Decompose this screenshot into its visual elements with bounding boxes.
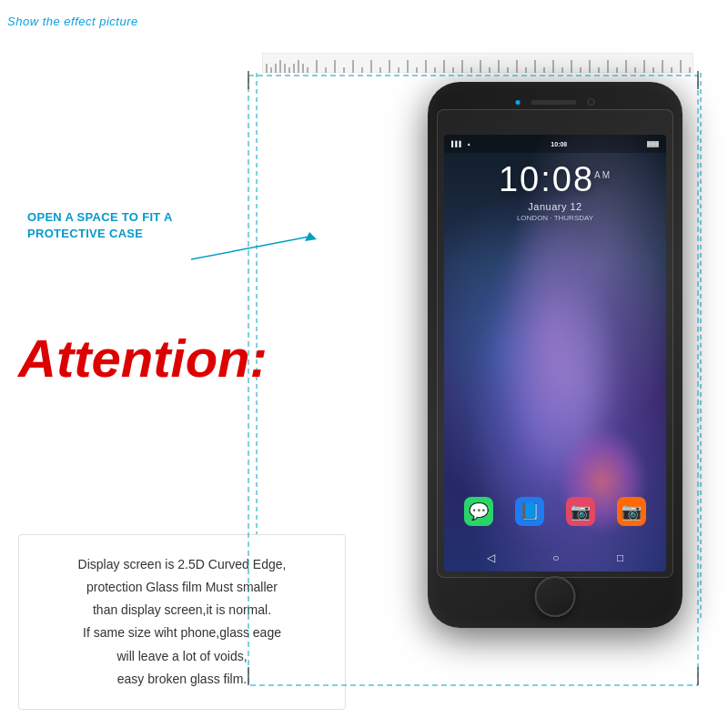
- status-bar: ▌▌▌ ▲ 10:08 ▓▓▓: [444, 135, 666, 153]
- status-left: ▌▌▌ ▲: [451, 141, 471, 147]
- lock-date: January 12: [444, 201, 666, 212]
- front-camera: [588, 98, 595, 106]
- ampm-display: AM: [594, 170, 612, 180]
- home-button: [535, 576, 576, 617]
- open-space-line2: PROTECTIVE CASE: [27, 227, 143, 240]
- speaker-grille: [531, 100, 577, 105]
- status-time-display: 10:08: [551, 141, 567, 147]
- phone-wrapper: ▌▌▌ ▲ 10:08 ▓▓▓ 10:08AM January 12 LONDO…: [410, 46, 701, 664]
- phone-body: ▌▌▌ ▲ 10:08 ▓▓▓ 10:08AM January 12 LONDO…: [428, 82, 682, 628]
- open-space-callout: OPEN A SPACE TO FIT A PROTECTIVE CASE: [27, 209, 209, 242]
- lock-screen-info: 10:08AM January 12 LONDON · THURSDAY: [444, 160, 666, 222]
- facebook-icon: 📘: [515, 497, 544, 526]
- instagram-icon: 📷: [566, 497, 595, 526]
- lock-location: LONDON · THURSDAY: [444, 214, 666, 222]
- screen-background: ▌▌▌ ▲ 10:08 ▓▓▓ 10:08AM January 12 LONDO…: [444, 135, 666, 571]
- time-display: 10:08: [499, 160, 594, 198]
- callout-arrow-svg: [191, 223, 337, 268]
- lock-time: 10:08AM: [444, 160, 666, 199]
- phone-top-area: [516, 98, 595, 106]
- attention-heading: Attention:: [18, 328, 268, 389]
- back-nav: ◁: [487, 551, 495, 564]
- battery-icon: ▓▓▓: [647, 141, 659, 147]
- phone-screen: ▌▌▌ ▲ 10:08 ▓▓▓ 10:08AM January 12 LONDO…: [444, 135, 666, 571]
- show-effect-label: Show the effect picture: [7, 15, 138, 28]
- bottom-nav: ◁ ○ □: [444, 551, 666, 564]
- notification-led: [516, 100, 521, 105]
- home-nav: ○: [552, 551, 559, 564]
- open-space-line1: OPEN A SPACE TO FIT A: [27, 210, 173, 224]
- app-icons-row: 💬 📘 📷 📷: [444, 497, 666, 526]
- description-text: Display screen is 2.5D Curved Edge, prot…: [42, 553, 322, 691]
- recents-nav: □: [617, 551, 623, 564]
- wifi-icon: ▲: [467, 141, 471, 147]
- signal-icon: ▌▌▌: [451, 141, 463, 147]
- camera-icon: 📷: [617, 497, 646, 526]
- page-container: Show the effect picture: [0, 0, 728, 728]
- description-box: Display screen is 2.5D Curved Edge, prot…: [18, 534, 346, 710]
- whatsapp-icon: 💬: [464, 497, 493, 526]
